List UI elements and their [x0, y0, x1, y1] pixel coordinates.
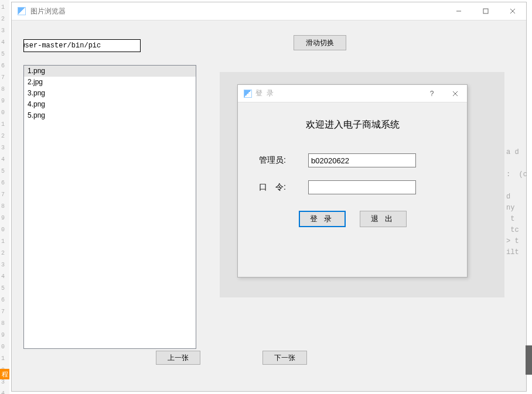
- password-input[interactable]: [308, 180, 416, 194]
- maximize-icon: [483, 8, 489, 14]
- minimize-button[interactable]: [445, 2, 472, 20]
- app-icon: [18, 7, 26, 15]
- path-input-text: ure-browser-master/bin/pic: [23, 40, 101, 52]
- dialog-close-button[interactable]: [444, 85, 467, 102]
- minimize-icon: [456, 8, 462, 14]
- file-list[interactable]: 1.png2.jpg3.png4.png5.png: [23, 65, 196, 349]
- list-item[interactable]: 3.png: [24, 88, 196, 99]
- admin-input[interactable]: [308, 153, 416, 167]
- dialog-actions: 登 录 退 出: [259, 211, 446, 227]
- list-item[interactable]: 2.jpg: [24, 77, 196, 88]
- login-dialog: 登 录 ? 欢迎进入电子商城系统 管理员: 口 令:: [237, 84, 468, 277]
- admin-row: 管理员:: [259, 153, 446, 167]
- dialog-buttons: ?: [420, 85, 467, 102]
- dialog-title: 登 录: [255, 88, 275, 98]
- editor-gutter: 12345678901234567890123456789012345: [0, 0, 9, 394]
- background-text-leak: a d : (c d ny t tc > t ilt: [506, 147, 527, 258]
- exit-button[interactable]: 退 出: [360, 211, 407, 227]
- list-item[interactable]: 1.png: [24, 66, 196, 77]
- window-buttons: [445, 2, 526, 20]
- window-title: 图片浏览器: [30, 6, 66, 16]
- dialog-titlebar[interactable]: 登 录 ?: [238, 85, 467, 102]
- close-icon: [510, 8, 516, 14]
- image-browser-window: 图片浏览器 ure-browser-master/bin/pic 滑动切换 1.…: [11, 2, 527, 392]
- dialog-heading: 欢迎进入电子商城系统: [259, 119, 446, 131]
- slide-switch-button[interactable]: 滑动切换: [294, 35, 346, 50]
- path-input[interactable]: ure-browser-master/bin/pic: [23, 39, 141, 52]
- dialog-help-button[interactable]: ?: [420, 85, 444, 102]
- scrollbar-thumb[interactable]: [526, 345, 532, 375]
- password-row: 口 令:: [259, 180, 446, 194]
- titlebar[interactable]: 图片浏览器: [12, 2, 526, 20]
- next-button[interactable]: 下一张: [262, 351, 307, 365]
- maximize-button[interactable]: [472, 2, 499, 20]
- dialog-app-icon: [244, 90, 252, 98]
- orange-tag: 程: [0, 369, 9, 379]
- svg-rect-1: [483, 9, 488, 13]
- window-body: ure-browser-master/bin/pic 滑动切换 1.png2.j…: [12, 20, 526, 391]
- admin-label: 管理员:: [259, 155, 308, 166]
- password-label: 口 令:: [259, 182, 308, 193]
- close-button[interactable]: [499, 2, 526, 20]
- help-icon: ?: [430, 90, 434, 98]
- close-icon: [452, 91, 458, 97]
- list-item[interactable]: 4.png: [24, 99, 196, 110]
- previous-button[interactable]: 上一张: [156, 351, 200, 365]
- dialog-body: 欢迎进入电子商城系统 管理员: 口 令: 登 录 退 出: [238, 102, 467, 227]
- list-item[interactable]: 5.png: [24, 110, 196, 121]
- login-button[interactable]: 登 录: [299, 211, 346, 227]
